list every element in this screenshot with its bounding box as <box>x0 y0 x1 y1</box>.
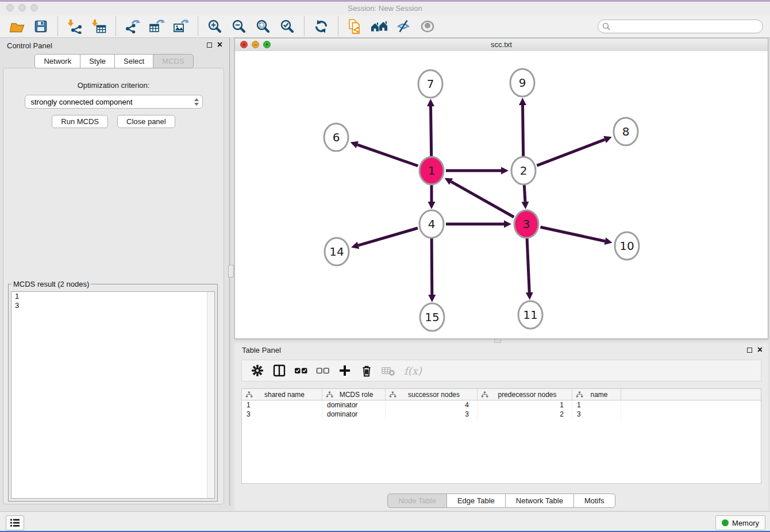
node-6[interactable]: 6 <box>324 124 348 151</box>
node-15[interactable]: 15 <box>420 303 444 331</box>
export-network-button[interactable] <box>124 18 141 35</box>
toolbar-separator <box>304 17 305 36</box>
control-panel-title: Control Panel <box>7 41 52 50</box>
table-cell: 4 <box>386 400 478 410</box>
tab-motifs[interactable]: Motifs <box>573 494 615 508</box>
close-panel-icon[interactable]: × <box>757 346 763 354</box>
tab-network[interactable]: Network <box>34 54 80 68</box>
refresh-button[interactable] <box>313 18 330 35</box>
edge-1-2[interactable] <box>446 167 509 175</box>
network-canvas[interactable]: 7968124314101511 <box>235 51 768 338</box>
column-header-label: predecessor nodes <box>488 391 566 399</box>
column-header-successor-nodes[interactable]: successor nodes <box>386 389 478 400</box>
node-3[interactable]: 3 <box>514 210 538 238</box>
edge-3-1[interactable] <box>445 178 514 217</box>
column-header-mcds-role[interactable]: MCDS role <box>322 389 386 400</box>
list-icon <box>10 518 20 527</box>
zoom-in-button[interactable] <box>206 18 224 35</box>
node-7[interactable]: 7 <box>418 70 442 98</box>
svg-text:6: 6 <box>333 130 340 144</box>
tab-mcds[interactable]: MCDS <box>153 54 193 68</box>
node-9[interactable]: 9 <box>510 69 534 97</box>
node-1[interactable]: 1 <box>419 157 444 184</box>
eye-icon <box>420 19 435 34</box>
tab-network-table[interactable]: Network Table <box>505 494 574 508</box>
export-table-button[interactable] <box>148 18 165 35</box>
node-table: shared nameMCDS rolesuccessor nodesprede… <box>241 388 761 484</box>
network-window-titlebar[interactable]: × − + scc.txt <box>235 38 768 52</box>
import-table-button[interactable] <box>90 18 107 35</box>
close-panel-button[interactable]: Close panel <box>117 115 175 128</box>
edge-4-14[interactable] <box>351 228 418 249</box>
mcds-result-list[interactable]: 13 <box>11 291 215 499</box>
import-network-button[interactable] <box>66 18 83 35</box>
svg-text:1: 1 <box>428 164 436 178</box>
tab-node-table[interactable]: Node Table <box>387 494 447 508</box>
tab-style[interactable]: Style <box>80 54 115 68</box>
delete-column-button[interactable] <box>359 363 374 378</box>
optimization-select[interactable]: strongly connected component <box>25 95 203 109</box>
main-toolbar <box>0 16 770 38</box>
deselect-all-button[interactable] <box>315 363 330 378</box>
select-all-button[interactable] <box>294 363 309 378</box>
search-input[interactable] <box>613 22 763 31</box>
column-header-predecessor-nodes[interactable]: predecessor nodes <box>478 389 572 400</box>
go-home-button[interactable] <box>371 18 388 35</box>
edge-1-6[interactable] <box>351 141 418 166</box>
table-row[interactable]: 1dominator411 <box>242 400 761 410</box>
float-panel-icon[interactable] <box>207 43 212 48</box>
edge-1-4[interactable] <box>428 185 436 209</box>
column-header-name[interactable]: name <box>572 389 621 400</box>
table-settings-button[interactable] <box>250 363 265 378</box>
save-session-button[interactable] <box>32 18 49 35</box>
edge-1-7[interactable] <box>427 99 434 156</box>
table-toolbar: f(x) <box>241 360 761 381</box>
zoom-out-button[interactable] <box>230 18 248 35</box>
node-14[interactable]: 14 <box>325 238 349 265</box>
control-panel: Control Panel × NetworkStyleSelectMCDS O… <box>0 38 228 506</box>
edge-2-8[interactable] <box>537 136 611 165</box>
edge-3-10[interactable] <box>540 227 612 245</box>
node-4[interactable]: 4 <box>419 210 444 238</box>
vertical-splitter[interactable] <box>229 38 232 506</box>
search-field[interactable] <box>598 20 763 33</box>
add-column-button[interactable] <box>337 363 352 378</box>
zoom-fit-button[interactable] <box>255 18 272 35</box>
clone-network-button[interactable] <box>346 18 364 35</box>
delete-table-button[interactable] <box>381 363 396 378</box>
edge-2-9[interactable] <box>519 98 526 156</box>
node-8[interactable]: 8 <box>614 118 638 145</box>
node-2[interactable]: 2 <box>511 157 536 184</box>
close-panel-icon[interactable]: × <box>217 41 222 49</box>
scrollbar-track[interactable] <box>207 292 214 498</box>
svg-text:11: 11 <box>523 308 537 322</box>
edge-2-3[interactable] <box>521 185 529 209</box>
table-header-row: shared nameMCDS rolesuccessor nodesprede… <box>242 389 761 400</box>
mcds-result-item: 1 <box>11 292 214 301</box>
export-image-button[interactable] <box>172 18 190 35</box>
zoom-selected-button[interactable] <box>279 18 296 35</box>
svg-text:9: 9 <box>519 76 526 90</box>
edge-3-11[interactable] <box>526 238 533 300</box>
task-history-button[interactable] <box>6 515 24 530</box>
node-10[interactable]: 10 <box>615 232 639 260</box>
memory-button[interactable]: Memory <box>715 515 765 530</box>
column-header-shared-name[interactable]: shared name <box>242 389 322 400</box>
apply-function-button[interactable]: f(x) <box>404 365 422 377</box>
run-mcds-button[interactable]: Run MCDS <box>52 115 108 128</box>
open-file-button[interactable] <box>8 18 25 35</box>
hide-graphics-details-button[interactable] <box>395 18 412 35</box>
edge-4-15[interactable] <box>428 238 436 302</box>
table-row[interactable]: 3dominator323 <box>242 410 761 419</box>
node-11[interactable]: 11 <box>518 301 542 329</box>
open-folder-icon <box>9 20 25 33</box>
edge-4-3[interactable] <box>446 221 511 228</box>
float-panel-icon[interactable] <box>747 348 752 353</box>
show-graphics-details-button[interactable] <box>419 18 436 35</box>
tab-edge-table[interactable]: Edge Table <box>446 494 506 508</box>
split-view-button[interactable] <box>272 363 287 378</box>
optimization-select-value: strongly connected component <box>31 98 194 106</box>
tab-select[interactable]: Select <box>114 54 153 68</box>
save-icon <box>34 20 48 33</box>
splitter-handle[interactable] <box>228 265 234 277</box>
